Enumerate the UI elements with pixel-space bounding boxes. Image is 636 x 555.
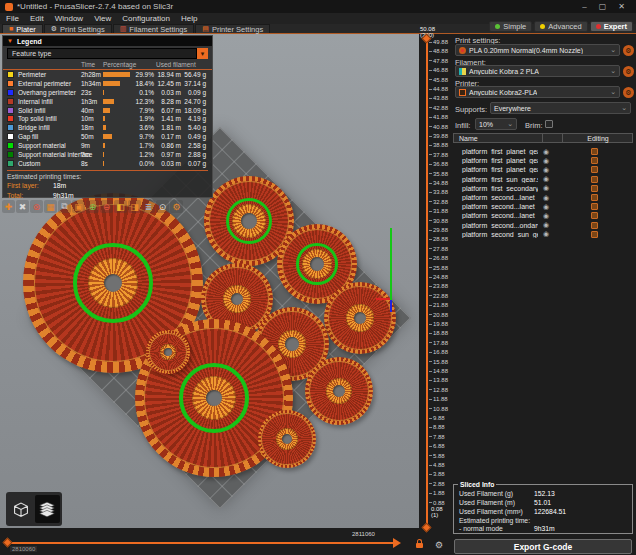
viewport-3d[interactable]: ▼ Legend Feature type ▼ Time Percentage … <box>0 34 419 528</box>
visibility-eye-icon[interactable]: ◉ <box>543 175 549 183</box>
object-edit-icon[interactable] <box>591 203 598 210</box>
slider-settings-gear-icon[interactable]: ⚙ <box>435 541 443 550</box>
tick-dash <box>429 192 432 193</box>
object-row[interactable]: platform_first_planet_gear_3.stl◉ <box>453 165 633 174</box>
menu-edit[interactable]: Edit <box>30 14 44 23</box>
object-row[interactable]: platform_first_planet_gear_2.stl◉ <box>453 156 633 165</box>
visibility-eye-icon[interactable]: ◉ <box>543 157 549 165</box>
object-edit-icon[interactable] <box>591 176 598 183</box>
object-edit-icon[interactable] <box>591 194 598 201</box>
feature-grams: 18.09 g <box>183 107 208 114</box>
visibility-eye-icon[interactable]: ◉ <box>543 194 549 202</box>
object-edit-icon[interactable] <box>591 185 598 192</box>
maximize-button[interactable]: ▢ <box>599 0 607 13</box>
visibility-eye-icon[interactable]: ◉ <box>543 203 549 211</box>
menu-help[interactable]: Help <box>181 14 197 23</box>
object-edit-icon[interactable] <box>591 166 598 173</box>
feature-grams: 0.07 g <box>183 160 208 167</box>
visibility-eye-icon[interactable]: ◉ <box>543 184 549 192</box>
arrange-icon[interactable]: ▦ <box>44 200 57 213</box>
menu-view[interactable]: View <box>94 14 111 23</box>
sliced-info-value: 51.01 <box>534 499 551 506</box>
tab-print-settings[interactable]: ⚙Print Settings <box>44 24 112 33</box>
object-row[interactable]: platform_first_sun_gear.stl◉ <box>453 175 633 184</box>
layer-slider[interactable]: 50.08 (300) 49.8848.8847.8846.8845.8844.… <box>419 34 450 555</box>
supports-combo[interactable]: Everywhere ⌄ <box>490 102 631 114</box>
gear-object[interactable] <box>146 330 190 374</box>
slider-lock-icon[interactable] <box>416 543 423 548</box>
visibility-eye-icon[interactable]: ◉ <box>543 148 549 156</box>
object-edit-icon[interactable] <box>591 148 598 155</box>
remove-instance-icon[interactable]: ⊖ <box>100 200 113 213</box>
gear-object[interactable] <box>324 282 396 354</box>
view-type-dropdown[interactable]: Feature type ▼ <box>7 48 208 59</box>
object-edit-icon[interactable] <box>591 212 598 219</box>
mode-advanced[interactable]: Advanced <box>534 21 587 32</box>
filament-edit-gear-icon[interactable]: ⚙ <box>623 66 634 77</box>
menu-window[interactable]: Window <box>55 14 83 23</box>
menu-configuration[interactable]: Configuration <box>122 14 170 23</box>
tick-dash <box>429 483 432 484</box>
legend-header[interactable]: ▼ Legend <box>3 36 212 46</box>
brim-checkbox[interactable] <box>545 120 553 128</box>
split-to-parts-icon[interactable]: ◨ <box>128 200 141 213</box>
object-edit-icon[interactable] <box>591 231 598 238</box>
delete-all-icon[interactable]: ⊗ <box>30 200 43 213</box>
view-type-value[interactable]: Feature type <box>7 48 197 59</box>
add-instance-icon[interactable]: ⊕ <box>86 200 99 213</box>
gear-object[interactable] <box>305 357 373 425</box>
print-settings-edit-gear-icon[interactable]: ⚙ <box>623 45 634 56</box>
preview-view-button[interactable] <box>35 495 60 523</box>
paste-icon[interactable]: ▣ <box>72 200 85 213</box>
object-row[interactable]: platform_first_planet_gear_1.stl◉ <box>453 147 633 156</box>
variable-layer-height-icon[interactable]: ≣ <box>142 200 155 213</box>
printer-edit-gear-icon[interactable]: ⚙ <box>623 87 634 98</box>
visibility-eye-icon[interactable]: ◉ <box>543 166 549 174</box>
layer-slider-track[interactable] <box>426 37 428 529</box>
object-row[interactable]: platform_second_sun_gear.stl◉ <box>453 230 633 239</box>
object-row[interactable]: platform_first_secondary_gear.stl◉ <box>453 184 633 193</box>
export-gcode-button[interactable]: Export G-code <box>454 539 632 554</box>
printer-combo[interactable]: Anycubic Kobra2-PLA ⌄ <box>455 86 620 98</box>
filament-combo[interactable]: Anycubic Kobra 2 PLA ⌄ <box>455 65 620 77</box>
tab-printer-settings[interactable]: ▤Printer Settings <box>195 24 270 33</box>
gear-object[interactable] <box>258 410 316 468</box>
move-slider-right-handle[interactable] <box>393 538 401 548</box>
app-icon <box>5 3 13 11</box>
object-row[interactable]: platform_second...lanet_gear_1.stl◉ <box>453 193 633 202</box>
object-edit-icon[interactable] <box>591 157 598 164</box>
visibility-eye-icon[interactable]: ◉ <box>543 212 549 220</box>
visibility-eye-icon[interactable]: ◉ <box>543 221 549 229</box>
chevron-down-icon: ⌄ <box>621 104 627 112</box>
tab-plater[interactable]: ■Plater <box>2 24 43 33</box>
prusaslicer-window: *Untitled - PrusaSlicer-2.7.4 based on S… <box>0 0 636 555</box>
menu-file[interactable]: File <box>6 14 19 23</box>
col-time: Time <box>81 61 103 68</box>
search-icon[interactable]: ⊙ <box>156 200 169 213</box>
object-edit-icon[interactable] <box>591 222 598 229</box>
tab-filament-settings[interactable]: ▥Filament Settings <box>113 24 195 33</box>
settings-icon[interactable]: ⚙ <box>170 200 183 213</box>
close-button[interactable]: ✕ <box>618 0 625 13</box>
split-to-objects-icon[interactable]: ◧ <box>114 200 127 213</box>
editor-view-button[interactable] <box>9 495 34 523</box>
move-slider[interactable]: 2811060 2810060 <box>0 528 419 555</box>
infill-combo[interactable]: 10% ⌄ <box>475 118 517 130</box>
move-slider-track[interactable] <box>8 542 398 544</box>
object-row[interactable]: platform_second...lanet_gear_2.stl◉ <box>453 202 633 211</box>
mode-simple[interactable]: Simple <box>489 21 532 32</box>
feature-percentage: 7.9% <box>133 107 156 114</box>
layer-slider-bottom-handle[interactable] <box>422 523 432 533</box>
delete-icon[interactable]: ✖ <box>16 200 29 213</box>
copy-icon[interactable]: ⧉ <box>58 200 71 213</box>
feature-percentage: 3.6% <box>133 124 156 131</box>
object-row[interactable]: platform_second...lanet_gear_3.stl◉ <box>453 211 633 220</box>
print-settings-combo[interactable]: PLA 0.20mm Normal(0.4mm Nozzle) ⌄ <box>455 44 620 56</box>
visibility-eye-icon[interactable]: ◉ <box>543 230 549 238</box>
mode-expert[interactable]: Expert <box>590 21 633 32</box>
add-icon[interactable]: ✚ <box>2 200 15 213</box>
layer-tick: 21.88 <box>429 302 448 308</box>
dropdown-arrow-icon[interactable]: ▼ <box>197 48 208 59</box>
minimize-button[interactable]: – <box>582 0 586 13</box>
object-row[interactable]: platform_second...ondary_gear.stl◉ <box>453 221 633 230</box>
